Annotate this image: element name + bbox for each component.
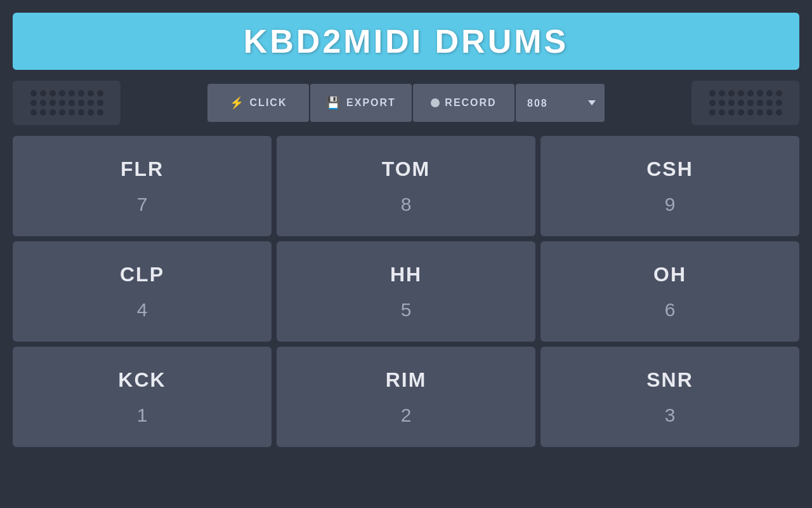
export-button[interactable]: 💾 EXPORT — [310, 84, 412, 122]
pad-csh-key: 9 — [665, 194, 676, 215]
dot — [49, 100, 56, 106]
dot — [757, 90, 763, 97]
dot — [728, 109, 735, 116]
dot — [766, 90, 773, 97]
pad-csh-name: CSH — [646, 157, 693, 181]
pad-tom-name: TOM — [382, 157, 431, 181]
export-label: EXPORT — [346, 97, 396, 109]
dot — [709, 100, 716, 106]
dot — [78, 100, 84, 106]
dot — [30, 90, 37, 97]
pad-clp-key: 4 — [137, 299, 148, 321]
dot — [738, 90, 744, 97]
dot — [69, 100, 75, 106]
dot — [78, 90, 84, 97]
speaker-dots-right — [709, 90, 782, 116]
click-label: CLICK — [250, 97, 287, 109]
dot — [88, 109, 94, 116]
dot — [738, 109, 744, 116]
dot — [757, 100, 763, 106]
dot — [97, 100, 103, 106]
dot — [738, 100, 744, 106]
pad-clp-name: CLP — [120, 263, 164, 286]
click-button[interactable]: ⚡ CLICK — [207, 84, 309, 122]
dot — [766, 109, 773, 116]
dot — [719, 109, 725, 116]
pad-kck-name: KCK — [118, 368, 166, 392]
dot — [747, 109, 754, 116]
pad-snr-name: SNR — [646, 368, 693, 392]
speaker-left — [13, 81, 121, 125]
record-dot-icon — [431, 98, 440, 107]
speaker-right — [691, 81, 799, 125]
pad-oh-key: 6 — [665, 299, 676, 321]
dot — [728, 100, 735, 106]
record-button[interactable]: RECORD — [413, 84, 514, 122]
dot — [40, 90, 46, 97]
dot — [719, 90, 725, 97]
pad-kck-key: 1 — [137, 404, 148, 426]
dot — [747, 100, 754, 106]
toolbar-buttons: ⚡ CLICK 💾 EXPORT RECORD 808 909 606 707 — [207, 84, 605, 122]
pad-oh-name: OH — [653, 263, 686, 286]
pad-csh[interactable]: CSH9 — [540, 136, 799, 236]
floppy-icon: 💾 — [326, 96, 341, 110]
pad-kck[interactable]: KCK1 — [13, 347, 272, 447]
pad-rim-key: 2 — [401, 404, 412, 426]
pad-flr-name: FLR — [121, 157, 164, 181]
record-label: RECORD — [445, 97, 496, 109]
app-header: KBD2MIDI DRUMS — [13, 13, 799, 70]
dot — [709, 109, 716, 116]
pads-grid: FLR7TOM8CSH9CLP4HH5OH6KCK1RIM2SNR3 — [13, 136, 799, 447]
pad-flr[interactable]: FLR7 — [13, 136, 272, 236]
pad-clp[interactable]: CLP4 — [13, 241, 272, 342]
dot — [49, 90, 56, 97]
pad-hh-key: 5 — [401, 299, 412, 321]
dot — [728, 90, 735, 97]
dot — [49, 109, 56, 116]
dot — [776, 90, 782, 97]
pad-snr[interactable]: SNR3 — [540, 347, 799, 447]
dot — [97, 90, 103, 97]
dot — [97, 109, 103, 116]
dot — [78, 109, 84, 116]
bolt-icon: ⚡ — [230, 96, 245, 110]
dot — [30, 100, 37, 106]
toolbar-row: ⚡ CLICK 💾 EXPORT RECORD 808 909 606 707 — [13, 84, 799, 122]
dot — [69, 109, 75, 116]
preset-select[interactable]: 808 909 606 707 — [516, 84, 605, 122]
speaker-dots-left — [30, 90, 103, 116]
dot — [757, 109, 763, 116]
dot — [88, 100, 94, 106]
dot — [69, 90, 75, 97]
dot — [776, 100, 782, 106]
pad-hh[interactable]: HH5 — [277, 241, 535, 342]
dot — [30, 109, 37, 116]
dot — [747, 90, 754, 97]
pad-hh-name: HH — [390, 263, 422, 286]
dot — [59, 90, 65, 97]
pad-rim[interactable]: RIM2 — [277, 347, 535, 447]
dot — [88, 90, 94, 97]
pad-tom-key: 8 — [401, 194, 412, 215]
pad-rim-name: RIM — [386, 368, 427, 392]
pad-tom[interactable]: TOM8 — [277, 136, 535, 236]
dot — [40, 109, 46, 116]
dot — [40, 100, 46, 106]
dot — [59, 109, 65, 116]
dot — [766, 100, 773, 106]
dot — [59, 100, 65, 106]
dot — [709, 90, 716, 97]
dot — [719, 100, 725, 106]
pad-flr-key: 7 — [137, 194, 148, 215]
dot — [776, 109, 782, 116]
pad-oh[interactable]: OH6 — [540, 241, 799, 342]
pad-snr-key: 3 — [665, 404, 676, 426]
app-title: KBD2MIDI DRUMS — [244, 22, 568, 60]
